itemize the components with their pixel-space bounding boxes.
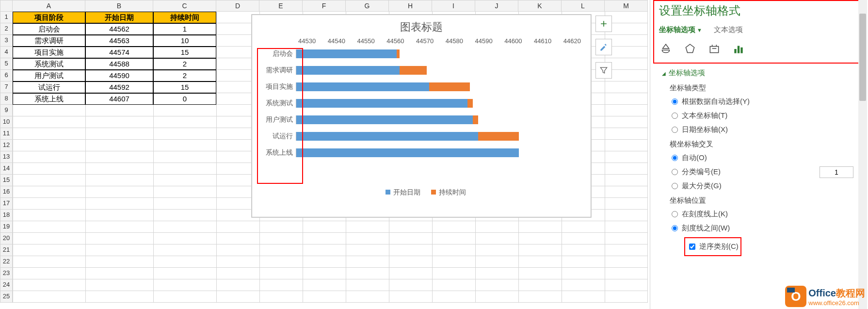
cell-C7[interactable]: 15 [153,81,216,93]
cell-G24[interactable] [346,279,389,291]
column-header-B[interactable]: B [85,0,153,12]
bar-segment-duration[interactable] [467,99,473,108]
column-header-C[interactable]: C [153,0,216,12]
chart-styles-button[interactable] [595,39,612,55]
row-header[interactable]: 24 [0,279,13,291]
bar-segment-start[interactable] [296,49,397,58]
chart-title[interactable]: 图表标题 [252,15,591,37]
cell-E23[interactable] [259,268,303,279]
cell-H21[interactable] [389,244,432,256]
cell-C22[interactable] [153,256,216,268]
tab-text-options[interactable]: 文本选项 [714,25,743,34]
cell-K19[interactable] [518,221,562,233]
category-label[interactable]: 启动会 [257,49,296,58]
cell-H20[interactable] [389,233,432,244]
pane-scrollbar[interactable] [858,0,867,309]
cell-A11[interactable] [13,128,85,140]
column-header-D[interactable]: D [216,0,259,12]
cell-C6[interactable]: 2 [153,70,216,81]
cell-C16[interactable] [153,186,216,198]
section-axis-options[interactable]: 坐标轴选项 [650,64,868,81]
cell-C12[interactable] [153,140,216,151]
cell-C25[interactable] [153,291,216,303]
cell-D25[interactable] [216,291,259,303]
cell-B12[interactable] [85,140,153,151]
cell-C9[interactable] [153,105,216,116]
cell-C13[interactable] [153,151,216,163]
cell-D24[interactable] [216,279,259,291]
cell-E24[interactable] [259,279,303,291]
radio-pos-between[interactable]: 刻度线之间(W) [670,221,868,235]
cell-M13[interactable] [605,151,648,163]
row-header[interactable]: 19 [0,221,13,233]
cell-L22[interactable] [562,256,605,268]
cell-A15[interactable] [13,175,85,186]
bar-segment-start[interactable] [296,66,400,75]
cell-A6[interactable]: 用户测试 [13,70,85,81]
bar-segment-start[interactable] [296,132,478,141]
cell-D22[interactable] [216,256,259,268]
cell-B10[interactable] [85,116,153,128]
cell-F19[interactable] [303,221,346,233]
category-label[interactable]: 试运行 [257,132,296,141]
cell-M9[interactable] [605,105,648,116]
radio-cross-catnum[interactable]: 分类编号(E) [670,165,868,179]
cell-C5[interactable]: 2 [153,58,216,70]
select-all-corner[interactable] [0,0,13,12]
cell-B21[interactable] [85,244,153,256]
cell-B9[interactable] [85,105,153,116]
cell-D19[interactable] [216,221,259,233]
cell-B7[interactable]: 44592 [85,81,153,93]
cell-J22[interactable] [475,256,518,268]
cell-L20[interactable] [562,233,605,244]
cell-C2[interactable]: 1 [153,23,216,35]
column-header-I[interactable]: I [432,0,475,12]
bar-segment-start[interactable] [296,148,519,157]
cell-B16[interactable] [85,186,153,198]
cell-I19[interactable] [432,221,475,233]
column-header-E[interactable]: E [259,0,303,12]
cell-C11[interactable] [153,128,216,140]
cell-C4[interactable]: 15 [153,47,216,58]
cell-E19[interactable] [259,221,303,233]
cell-C19[interactable] [153,221,216,233]
cell-F22[interactable] [303,256,346,268]
cell-A20[interactable] [13,233,85,244]
cell-C14[interactable] [153,163,216,175]
chart-object[interactable]: 图表标题 44530445404455044560445704458044590… [252,15,591,217]
cell-M21[interactable] [605,244,648,256]
cell-J19[interactable] [475,221,518,233]
cell-G19[interactable] [346,221,389,233]
cell-C20[interactable] [153,233,216,244]
row-header[interactable]: 10 [0,116,13,128]
cell-J23[interactable] [475,268,518,279]
cell-K24[interactable] [518,279,562,291]
cell-K20[interactable] [518,233,562,244]
radio-axis-auto[interactable]: 根据数据自动选择(Y) [670,95,868,109]
cell-C24[interactable] [153,279,216,291]
cell-A3[interactable]: 需求调研 [13,35,85,47]
cell-B24[interactable] [85,279,153,291]
cell-B3[interactable]: 44563 [85,35,153,47]
cell-E25[interactable] [259,291,303,303]
cell-F21[interactable] [303,244,346,256]
row-header[interactable]: 11 [0,128,13,140]
row-header[interactable]: 4 [0,47,13,58]
cell-A17[interactable] [13,198,85,210]
cell-E22[interactable] [259,256,303,268]
cell-M22[interactable] [605,256,648,268]
chart-legend[interactable]: 开始日期 持续时间 [252,181,591,201]
cell-I24[interactable] [432,279,475,291]
cell-G23[interactable] [346,268,389,279]
cell-A12[interactable] [13,140,85,151]
cell-F24[interactable] [303,279,346,291]
chart-plot-area[interactable]: 启动会需求调研项目实施系统测试用户测试试运行系统上线 [257,46,581,181]
cell-A10[interactable] [13,116,85,128]
cell-D21[interactable] [216,244,259,256]
axis-options-icon[interactable] [732,42,745,56]
cell-A5[interactable]: 系统测试 [13,58,85,70]
cell-M24[interactable] [605,279,648,291]
cell-M8[interactable] [605,93,648,105]
row-header[interactable]: 18 [0,210,13,221]
cell-B13[interactable] [85,151,153,163]
